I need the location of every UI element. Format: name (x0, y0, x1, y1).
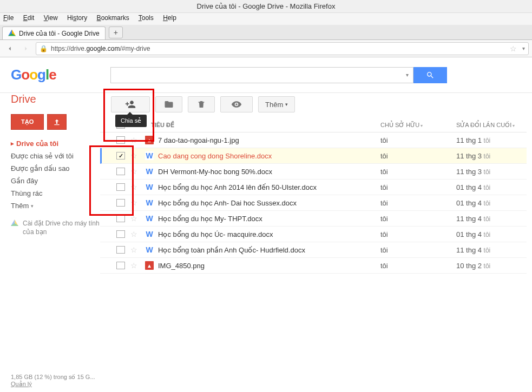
install-drive-link[interactable]: Cài đặt Drive cho máy tính của bạn (11, 220, 100, 236)
url-bar[interactable]: 🔒 https://drive.google.com/#my-drive ☆ ▾ (36, 42, 529, 55)
row-checkbox[interactable] (116, 215, 125, 222)
row-checkbox[interactable] (116, 152, 125, 160)
url-text: https://drive.google.com/#my-drive (51, 45, 150, 52)
row-checkbox[interactable] (116, 136, 125, 144)
sidebar-item-more[interactable]: Thêm▾ (11, 200, 100, 212)
forward-button[interactable] (19, 42, 32, 55)
search-input[interactable]: ▾ (110, 67, 413, 83)
file-modified: 01 thg 4 tôi (456, 230, 527, 238)
app-header: Google ▾ (0, 57, 532, 93)
sidebar-nav: Drive của tôi Được chia sẻ với tôi Được … (11, 137, 100, 212)
file-owner: tôi (380, 168, 456, 176)
file-name: DH Vermont-My-hoc bong 50%.docx (158, 168, 272, 176)
back-button[interactable] (3, 42, 16, 55)
sidebar-item-recent[interactable]: Gần đây (11, 175, 100, 187)
lock-icon: 🔒 (40, 45, 48, 52)
file-modified: 11 thg 3 tôi (456, 168, 527, 176)
file-modified: 11 thg 4 tôi (456, 246, 527, 254)
file-modified: 01 thg 4 tôi (456, 183, 527, 191)
star-icon[interactable]: ☆ (130, 214, 137, 223)
sidebar-item-my-drive[interactable]: Drive của tôi (11, 137, 100, 150)
browser-tab[interactable]: Drive của tôi - Google Drive (2, 26, 106, 39)
column-modified[interactable]: SỬA ĐỔI LẦN CUỐI▾ (456, 122, 527, 129)
window-title: Drive của tôi - Google Drive - Mozilla F… (0, 0, 532, 13)
column-title[interactable]: TIÊU ĐỀ (151, 122, 174, 129)
url-dropdown-icon[interactable]: ▾ (522, 45, 525, 51)
menu-view[interactable]: View (44, 14, 58, 22)
drive-favicon-icon (8, 30, 16, 37)
new-tab-button[interactable]: + (109, 26, 123, 38)
menu-bookmarks[interactable]: Bookmarks (97, 14, 129, 22)
star-icon[interactable]: ☆ (130, 167, 137, 176)
file-type-icon: W (145, 151, 154, 160)
menu-edit[interactable]: Edit (23, 14, 35, 22)
more-actions-button[interactable]: Thêm ▾ (258, 96, 295, 112)
column-owner[interactable]: CHỦ SỞ HỮU▾ (380, 122, 456, 129)
sidebar-item-trash[interactable]: Thùng rác (11, 187, 100, 200)
file-row[interactable]: ☆WHọc bổng du học Anh- Dai hoc Sussex.do… (100, 195, 527, 211)
menu-help[interactable]: Help (163, 14, 176, 22)
row-checkbox[interactable] (116, 262, 125, 269)
row-checkbox[interactable] (116, 246, 125, 254)
file-type-icon: W (145, 214, 154, 223)
trash-icon (197, 100, 206, 109)
search-options-icon[interactable]: ▾ (406, 72, 409, 78)
star-icon[interactable]: ☆ (130, 136, 137, 144)
preview-button[interactable] (220, 96, 253, 112)
folder-icon (164, 99, 174, 109)
bookmark-star-icon[interactable]: ☆ (510, 44, 517, 53)
file-name: Cao dang cong dong Shoreline.docx (158, 152, 272, 160)
tab-strip: Drive của tôi - Google Drive + (0, 25, 532, 40)
app-title: Drive (11, 93, 100, 114)
storage-quota: 1,85 GB (12 %) trong số 15 G... Quản lý (11, 374, 95, 388)
person-add-icon (125, 99, 136, 110)
search-button[interactable] (413, 67, 447, 83)
file-row[interactable]: ☆WHọc bổng du học Anh 2014 lên đến 50-Ul… (100, 180, 527, 195)
file-type-icon: W (145, 183, 154, 191)
file-type-icon: W (145, 245, 154, 254)
menu-history[interactable]: History (67, 14, 87, 22)
row-checkbox[interactable] (116, 168, 125, 175)
star-icon[interactable]: ☆ (130, 230, 137, 238)
star-icon[interactable]: ☆ (130, 245, 137, 254)
upload-button[interactable] (47, 114, 67, 130)
file-row[interactable]: ☆WHọc bổng du học Úc- macquire.docxtôi01… (100, 227, 527, 242)
file-row[interactable]: ☆▲7 dao-tao-ngoai-ngu-1.jpgtôi11 thg 1 t… (100, 132, 527, 148)
file-type-icon: ▲ (145, 136, 154, 144)
file-name: Học bổng du học Anh- Dai hoc Sussex.docx (158, 199, 297, 207)
file-owner: tôi (380, 199, 456, 207)
upload-icon (53, 118, 61, 126)
file-row[interactable]: ☆WCao dang cong dong Shoreline.docxtôi11… (100, 148, 527, 164)
row-checkbox[interactable] (116, 183, 125, 191)
file-row[interactable]: ☆▲IMG_4850.pngtôi10 thg 2 tôi (100, 258, 527, 274)
move-button[interactable] (155, 96, 182, 112)
file-owner: tôi (380, 136, 456, 144)
star-icon[interactable]: ☆ (130, 261, 137, 270)
sidebar-item-starred[interactable]: Được gắn dấu sao (11, 162, 100, 175)
file-type-icon: W (145, 230, 154, 238)
file-owner: tôi (380, 230, 456, 238)
file-row[interactable]: ☆WDH Vermont-My-hoc bong 50%.docxtôi11 t… (100, 164, 527, 180)
manage-storage-link[interactable]: Quản lý (11, 381, 95, 388)
main-panel: Thêm ▾ Chia sẻ − TIÊU ĐỀ CHỦ SỞ HỮU▾ SỬA… (100, 93, 532, 392)
row-checkbox[interactable] (116, 199, 125, 207)
row-checkbox[interactable] (116, 230, 125, 238)
browser-navbar: 🔒 https://drive.google.com/#my-drive ☆ ▾ (0, 40, 532, 57)
sidebar-item-shared[interactable]: Được chia sẻ với tôi (11, 150, 100, 162)
share-button[interactable] (111, 96, 150, 112)
browser-menubar: File Edit View History Bookmarks Tools H… (0, 13, 532, 25)
file-owner: tôi (380, 246, 456, 254)
file-row[interactable]: ☆WHọc bổng du học My- THPT.docxtôi11 thg… (100, 211, 527, 227)
menu-file[interactable]: File (3, 14, 14, 22)
chevron-down-icon: ▾ (285, 102, 288, 107)
star-icon[interactable]: ☆ (130, 198, 137, 207)
star-icon[interactable]: ☆ (130, 183, 137, 191)
file-name: 7 dao-tao-ngoai-ngu-1.jpg (158, 136, 239, 144)
eye-icon (231, 99, 242, 110)
file-row[interactable]: ☆WHọc bổng toàn phần Anh Quốc- Hudrfield… (100, 242, 527, 258)
file-owner: tôi (380, 152, 456, 160)
menu-tools[interactable]: Tools (139, 14, 154, 22)
delete-button[interactable] (188, 96, 215, 112)
star-icon[interactable]: ☆ (130, 151, 137, 160)
create-button[interactable]: TẠO (11, 114, 44, 130)
